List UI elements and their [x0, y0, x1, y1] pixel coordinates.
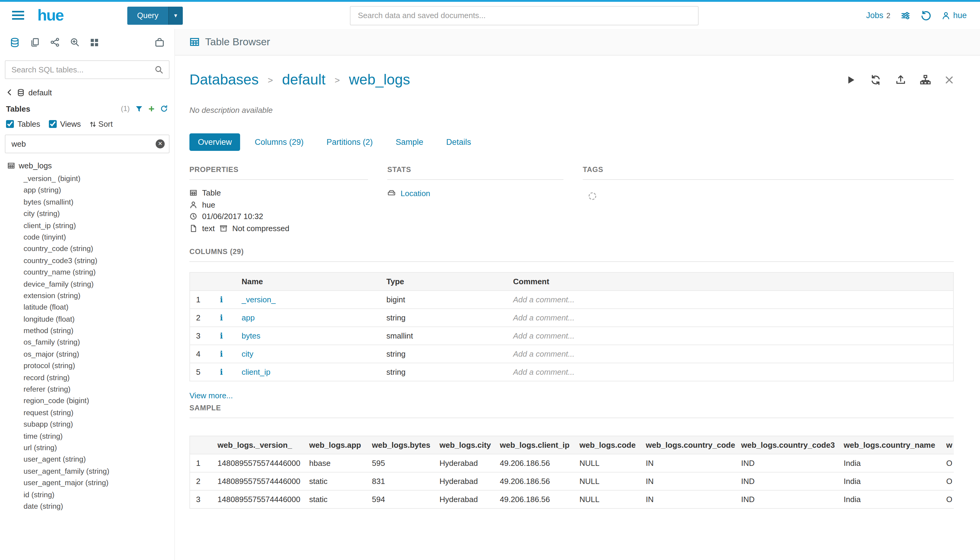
column-item[interactable]: city (string): [7, 208, 174, 220]
column-item[interactable]: user_agent_family (string): [7, 466, 174, 478]
column-item[interactable]: url (string): [7, 442, 174, 454]
tab-partitions[interactable]: Partitions (2): [318, 133, 381, 151]
sample-table: web_logs._version_ web_logs.app web_logs…: [190, 436, 953, 509]
column-comment-cell[interactable]: Add a comment...: [507, 363, 953, 381]
refresh-tables-icon[interactable]: [160, 104, 168, 113]
search-magnifier-button[interactable]: [149, 65, 169, 74]
tree-item-web-logs[interactable]: web_logs: [7, 159, 174, 172]
info-icon[interactable]: i: [220, 313, 223, 322]
column-item[interactable]: method (string): [7, 325, 174, 337]
tab-overview[interactable]: Overview: [190, 133, 240, 151]
history-icon[interactable]: [920, 10, 932, 21]
column-item[interactable]: device_family (string): [7, 278, 174, 290]
hamburger-menu-button[interactable]: [8, 8, 28, 23]
column-item[interactable]: os_major (string): [7, 349, 174, 360]
briefcase-icon[interactable]: [155, 37, 165, 47]
location-link[interactable]: Location: [401, 188, 430, 198]
column-item[interactable]: country_code3 (string): [7, 255, 174, 267]
views-checkbox[interactable]: [48, 120, 57, 128]
column-item[interactable]: user_agent_major (string): [7, 477, 174, 489]
documents-assist-icon[interactable]: [30, 37, 40, 47]
query-button[interactable]: Query: [127, 6, 168, 25]
filter-funnel-icon[interactable]: [135, 105, 143, 113]
query-table-button[interactable]: [845, 75, 856, 85]
main-panel: Table Browser Databases > default > web_…: [175, 29, 980, 560]
global-search-input[interactable]: [350, 6, 699, 25]
upload-button[interactable]: [895, 74, 906, 85]
breadcrumb-database[interactable]: default: [282, 71, 326, 88]
user-menu[interactable]: hue: [942, 11, 967, 20]
apps-grid-icon[interactable]: [90, 38, 99, 47]
breadcrumb-databases[interactable]: Databases: [190, 71, 259, 88]
info-icon[interactable]: i: [220, 295, 223, 304]
hue-logo[interactable]: hue: [37, 6, 63, 25]
close-button[interactable]: [944, 75, 953, 84]
column-item[interactable]: protocol (string): [7, 360, 174, 372]
view-more-link[interactable]: View more...: [190, 391, 233, 400]
column-comment-cell[interactable]: Add a comment...: [507, 327, 953, 345]
property-created-value: 01/06/2017 10:32: [202, 212, 263, 221]
tables-checkbox-label[interactable]: Tables: [18, 120, 40, 128]
column-item[interactable]: id (string): [7, 489, 174, 501]
column-item[interactable]: date (string): [7, 501, 174, 513]
tab-details[interactable]: Details: [438, 133, 479, 151]
column-item[interactable]: record (string): [7, 372, 174, 384]
database-assist-icon[interactable]: [10, 37, 20, 47]
column-name-link[interactable]: client_ip: [241, 368, 270, 377]
tab-columns[interactable]: Columns (29): [246, 133, 312, 151]
search-plus-assist-icon[interactable]: [70, 37, 80, 47]
query-dropdown-caret[interactable]: ▾: [168, 6, 183, 25]
column-item[interactable]: request (string): [7, 407, 174, 419]
table-description[interactable]: No description available: [190, 106, 953, 115]
sample-section-header: SAMPLE: [190, 404, 953, 418]
current-database-name[interactable]: default: [28, 88, 52, 97]
sample-cell: India: [838, 490, 940, 508]
column-item[interactable]: code (tinyint): [7, 232, 174, 243]
column-item[interactable]: latitude (float): [7, 302, 174, 314]
refresh-table-button[interactable]: [870, 74, 881, 85]
column-item[interactable]: subapp (string): [7, 419, 174, 430]
column-name-link[interactable]: bytes: [241, 331, 260, 340]
table-filter-input[interactable]: [5, 135, 170, 153]
query-split-button[interactable]: Query ▾: [127, 6, 183, 25]
sql-table-search-input[interactable]: [5, 65, 149, 74]
column-comment-cell[interactable]: Add a comment...: [507, 345, 953, 363]
column-item[interactable]: user_agent (string): [7, 454, 174, 466]
sample-cell: IND: [735, 472, 838, 490]
lineage-button[interactable]: [920, 74, 930, 85]
column-item[interactable]: app (string): [7, 185, 174, 197]
sample-cell: Hyderabad: [433, 454, 494, 472]
sort-toggle[interactable]: Sort: [89, 120, 113, 128]
sample-table-body: 1 1480895575574446000 hbase 595 Hyderaba…: [190, 454, 953, 508]
column-item[interactable]: longitude (float): [7, 313, 174, 325]
tab-sample[interactable]: Sample: [387, 133, 432, 151]
jobs-settings-sliders-icon[interactable]: [901, 10, 910, 20]
info-icon[interactable]: i: [220, 368, 223, 377]
jobs-link[interactable]: Jobs 2: [866, 11, 890, 20]
column-comment-cell[interactable]: Add a comment...: [507, 309, 953, 327]
column-item[interactable]: extension (string): [7, 290, 174, 302]
column-item[interactable]: time (string): [7, 430, 174, 442]
column-item[interactable]: client_ip (string): [7, 220, 174, 232]
column-item[interactable]: _version_ (bigint): [7, 173, 174, 185]
info-icon[interactable]: i: [220, 349, 223, 358]
column-type-cell: smallint: [380, 327, 507, 345]
column-name-link[interactable]: city: [241, 349, 253, 358]
column-item[interactable]: country_code (string): [7, 243, 174, 255]
column-item[interactable]: referer (string): [7, 384, 174, 395]
column-name-link[interactable]: _version_: [241, 295, 276, 304]
share-cluster-icon[interactable]: [50, 37, 60, 47]
column-item[interactable]: region_code (bigint): [7, 395, 174, 407]
add-table-button[interactable]: +: [148, 103, 155, 114]
column-item[interactable]: bytes (smallint): [7, 197, 174, 208]
tables-checkbox[interactable]: [6, 120, 14, 128]
column-item[interactable]: country_name (string): [7, 267, 174, 278]
column-item[interactable]: os_family (string): [7, 337, 174, 349]
back-chevron-icon[interactable]: [6, 89, 13, 96]
clear-filter-icon[interactable]: ✕: [156, 139, 165, 148]
column-comment-cell[interactable]: Add a comment...: [507, 290, 953, 309]
breadcrumb-table[interactable]: web_logs: [349, 71, 410, 88]
views-checkbox-label[interactable]: Views: [60, 120, 81, 128]
column-name-link[interactable]: app: [241, 313, 255, 322]
info-icon[interactable]: i: [220, 331, 223, 340]
